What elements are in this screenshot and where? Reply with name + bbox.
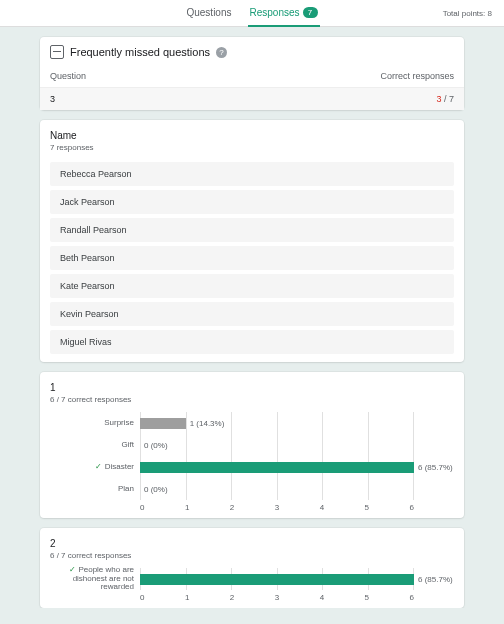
question-chart-card: 16 / 7 correct responsesSurprise1 (14.3%… [40, 372, 464, 518]
chart-bar-label: Surprise [50, 419, 134, 428]
tabs: Questions Responses 7 [184, 0, 319, 26]
help-icon[interactable]: ? [216, 47, 227, 58]
chart-bar-label: People who are dishonest are not rewarde… [50, 566, 134, 592]
chart-x-axis: 0123456 [140, 590, 414, 602]
total-points-label: Total points: 8 [443, 9, 492, 18]
question-number: 1 [50, 382, 454, 395]
chart-x-tick: 4 [320, 503, 324, 512]
chart-x-tick: 6 [410, 593, 414, 602]
chart-bar-value: 6 (85.7%) [418, 575, 453, 584]
chart-bar-row: Plan0 (0%) [140, 478, 414, 500]
name-response-row: Jack Pearson [50, 190, 454, 214]
fmq-row-question: 3 [50, 94, 55, 104]
chart-x-tick: 3 [275, 593, 279, 602]
name-response-row: Kevin Pearson [50, 302, 454, 326]
responses-count-badge: 7 [303, 7, 318, 18]
chart-bar [140, 462, 414, 473]
fmq-row-score: 3 / 7 [436, 94, 454, 104]
question-correct-subtitle: 6 / 7 correct responses [50, 395, 454, 412]
chart-area: Surprise1 (14.3%)Gift0 (0%)Disaster6 (85… [140, 412, 414, 500]
chart-bar-label: Disaster [50, 463, 134, 472]
chart-bar [140, 418, 186, 429]
name-responses-card: Name 7 responses Rebecca PearsonJack Pea… [40, 120, 464, 362]
chart-bar-value: 0 (0%) [144, 485, 168, 494]
chart-x-tick: 6 [410, 503, 414, 512]
chart-rows: Surprise1 (14.3%)Gift0 (0%)Disaster6 (85… [140, 412, 414, 500]
chart-bar-value: 1 (14.3%) [190, 419, 225, 428]
chart-bar-value: 6 (85.7%) [418, 463, 453, 472]
chart-rows: People who are dishonest are not rewarde… [140, 568, 414, 590]
chart-bar-row: Disaster6 (85.7%) [140, 456, 414, 478]
chart-bar [140, 574, 414, 585]
chart-x-tick: 3 [275, 503, 279, 512]
frequently-missed-card: Frequently missed questions ? Question C… [40, 37, 464, 110]
fmq-row-total: / 7 [444, 94, 454, 104]
name-response-row: Beth Pearson [50, 246, 454, 270]
chart-x-tick: 0 [140, 503, 144, 512]
chart-bar-label: Gift [50, 441, 134, 450]
chart-bar-row: Surprise1 (14.3%) [140, 412, 414, 434]
chart-bar-value: 0 (0%) [144, 441, 168, 450]
name-response-row: Kate Pearson [50, 274, 454, 298]
chart-area: People who are dishonest are not rewarde… [140, 568, 414, 590]
fmq-col-correct: Correct responses [380, 71, 454, 81]
name-question-title: Name [40, 130, 464, 143]
tab-responses[interactable]: Responses 7 [248, 0, 320, 27]
tab-questions[interactable]: Questions [184, 0, 233, 27]
chart-x-tick: 1 [185, 503, 189, 512]
question-chart-card: 26 / 7 correct responsesPeople who are d… [40, 528, 464, 608]
chart-x-tick: 5 [365, 503, 369, 512]
chart-bar-label: Plan [50, 485, 134, 494]
chart-x-tick: 5 [365, 593, 369, 602]
chart-bar-row: People who are dishonest are not rewarde… [140, 568, 414, 590]
insights-icon [50, 45, 64, 59]
name-question-subtitle: 7 responses [40, 143, 464, 158]
name-response-row: Randall Pearson [50, 218, 454, 242]
chart-x-axis: 0123456 [140, 500, 414, 512]
fmq-table-header: Question Correct responses [40, 65, 464, 87]
top-bar: Questions Responses 7 Total points: 8 [0, 0, 504, 27]
chart-x-tick: 2 [230, 593, 234, 602]
fmq-row[interactable]: 3 3 / 7 [40, 87, 464, 110]
tab-label: Questions [186, 7, 231, 18]
chart-x-tick: 0 [140, 593, 144, 602]
fmq-col-question: Question [50, 71, 86, 81]
name-response-row: Rebecca Pearson [50, 162, 454, 186]
chart-x-tick: 1 [185, 593, 189, 602]
frequently-missed-title: Frequently missed questions [70, 46, 210, 58]
chart-bar-row: Gift0 (0%) [140, 434, 414, 456]
fmq-row-correct: 3 [436, 94, 441, 104]
name-response-row: Miguel Rivas [50, 330, 454, 354]
tab-label: Responses [250, 7, 300, 18]
question-number: 2 [50, 538, 454, 551]
chart-x-tick: 4 [320, 593, 324, 602]
chart-x-tick: 2 [230, 503, 234, 512]
name-list: Rebecca PearsonJack PearsonRandall Pears… [40, 162, 464, 354]
